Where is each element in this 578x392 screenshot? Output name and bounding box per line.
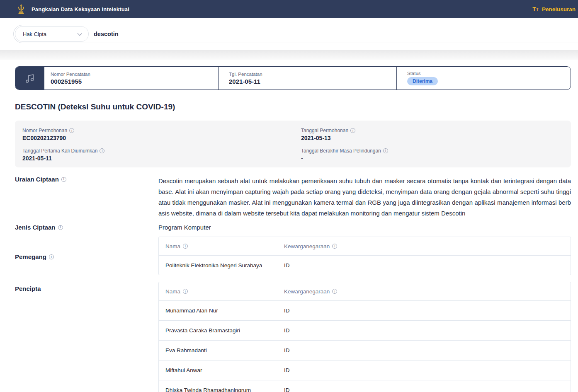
table-header-row: Namai Kewarganegaraani bbox=[159, 282, 571, 300]
jenis-ciptaan-row: Jenis Ciptaan i Program Komputer bbox=[15, 224, 571, 231]
application-summary-box: Nomor Permohonani EC00202123790 Tanggal … bbox=[15, 121, 571, 167]
pemegang-table: Namai Kewarganegaraani Politeknik Elektr… bbox=[158, 237, 571, 275]
nomor-permohonan-field: Nomor Permohonani EC00202123790 bbox=[22, 128, 301, 141]
info-icon[interactable]: i bbox=[69, 128, 74, 133]
typography-icon: TT bbox=[532, 6, 539, 12]
pencipta-row: Pencipta Namai Kewarganegaraani Muhammad… bbox=[15, 282, 571, 392]
status-label: Status bbox=[407, 71, 571, 76]
pencipta-nama: Miftahul Anwar bbox=[159, 367, 284, 373]
pencipta-nama: Dhiska Twinda Rhamadhaningrum bbox=[159, 387, 284, 392]
record-type-block bbox=[15, 67, 44, 90]
pemegang-row: Pemegang i Namai Kewarganegaraani Polite… bbox=[15, 237, 571, 275]
table-row: Muhammad Alan Nur ID bbox=[159, 300, 571, 320]
kewarganegaraan-column-header: Kewarganegaraan bbox=[284, 243, 330, 249]
info-icon[interactable]: i bbox=[58, 225, 63, 230]
pemegang-nama: Politeknik Elektronika Negeri Surabaya bbox=[159, 262, 284, 269]
search-input[interactable] bbox=[94, 31, 578, 37]
table-row: Politeknik Elektronika Negeri Surabaya I… bbox=[159, 255, 571, 275]
pencipta-kewarganegaraan: ID bbox=[284, 327, 571, 334]
tgl-pencatatan-label: Tgl. Pencatatan bbox=[229, 72, 396, 77]
tanggal-permohonan-label: Tanggal Permohonan bbox=[301, 128, 348, 133]
info-icon[interactable]: i bbox=[332, 289, 337, 294]
info-icon[interactable]: i bbox=[332, 244, 337, 249]
uraian-ciptaan-row: Uraian Ciptaan i Descotin merupakan sebu… bbox=[15, 176, 571, 219]
info-icon[interactable]: i bbox=[61, 177, 66, 182]
table-row: Eva Rahmadanti ID bbox=[159, 340, 571, 360]
tanggal-diumumkan-field: Tanggal Pertama Kali Diumumkani 2021-05-… bbox=[22, 148, 301, 162]
app-title: Pangkalan Data Kekayaan Intelektual bbox=[32, 6, 129, 12]
pencipta-kewarganegaraan: ID bbox=[284, 307, 571, 314]
record-summary-card: Nomor Pencatatan 000251955 Tgl. Pencatat… bbox=[15, 66, 571, 90]
nomor-pencatatan-value: 000251955 bbox=[51, 78, 218, 85]
tgl-pencatatan-value: 2021-05-11 bbox=[229, 78, 396, 85]
main-content: Nomor Pencatatan 000251955 Tgl. Pencatat… bbox=[0, 60, 578, 392]
music-note-icon bbox=[24, 73, 36, 84]
category-dropdown-label: Hak Cipta bbox=[23, 31, 46, 37]
djki-logo-icon bbox=[17, 4, 26, 15]
tanggal-berakhir-value: - bbox=[301, 155, 563, 162]
chevron-down-icon bbox=[78, 31, 82, 36]
tanggal-berakhir-field: Tanggal Berakhir Masa Pelindungani - bbox=[301, 148, 563, 162]
pemegang-label: Pemegang bbox=[15, 253, 46, 260]
info-icon[interactable]: i bbox=[49, 254, 54, 259]
pencipta-label: Pencipta bbox=[15, 285, 41, 292]
tanggal-permohonan-field: Tanggal Permohonani 2021-05-13 bbox=[301, 128, 563, 141]
info-icon[interactable]: i bbox=[350, 128, 355, 133]
pencipta-kewarganegaraan: ID bbox=[284, 387, 571, 392]
tanggal-permohonan-value: 2021-05-13 bbox=[301, 135, 563, 141]
table-row: Pravasta Caraka Bramastagiri ID bbox=[159, 320, 571, 340]
nomor-permohonan-label: Nomor Permohonan bbox=[22, 128, 67, 133]
top-navigation-bar: Pangkalan Data Kekayaan Intelektual TT P… bbox=[0, 0, 578, 18]
nama-column-header: Nama bbox=[165, 288, 180, 295]
jenis-ciptaan-value: Program Komputer bbox=[158, 224, 571, 231]
nomor-permohonan-value: EC00202123790 bbox=[22, 135, 301, 141]
pencipta-table: Namai Kewarganegaraani Muhammad Alan Nur… bbox=[158, 282, 571, 392]
tanggal-diumumkan-value: 2021-05-11 bbox=[22, 155, 301, 162]
status-badge: Diterima bbox=[407, 77, 438, 85]
jenis-ciptaan-label: Jenis Ciptaan bbox=[15, 224, 56, 231]
page-title: DESCOTIN (Deteksi Suhu untuk COVID-19) bbox=[15, 102, 571, 111]
penelusuran-link-label: Penelusuran bbox=[542, 6, 576, 12]
pencipta-nama: Muhammad Alan Nur bbox=[159, 307, 284, 314]
search-bar: Hak Cipta bbox=[13, 25, 578, 43]
info-icon[interactable]: i bbox=[383, 148, 388, 153]
table-row: Dhiska Twinda Rhamadhaningrum ID bbox=[159, 380, 571, 392]
uraian-ciptaan-label: Uraian Ciptaan bbox=[15, 176, 59, 183]
nama-column-header: Nama bbox=[165, 243, 180, 249]
pemegang-kewarganegaraan: ID bbox=[284, 262, 571, 269]
pencipta-nama: Pravasta Caraka Bramastagiri bbox=[159, 327, 284, 334]
pencipta-kewarganegaraan: ID bbox=[284, 367, 571, 373]
info-icon[interactable]: i bbox=[183, 289, 188, 294]
pencipta-nama: Eva Rahmadanti bbox=[159, 347, 284, 353]
uraian-ciptaan-text: Descotin merupakan sebuah alat untuk mel… bbox=[158, 176, 571, 219]
info-icon[interactable]: i bbox=[100, 148, 104, 153]
tanggal-diumumkan-label: Tanggal Pertama Kali Diumumkan bbox=[22, 148, 97, 154]
penelusuran-link[interactable]: TT Penelusuran bbox=[532, 6, 576, 12]
detail-sections: Uraian Ciptaan i Descotin merupakan sebu… bbox=[15, 176, 571, 392]
table-header-row: Namai Kewarganegaraani bbox=[159, 237, 571, 255]
pencipta-kewarganegaraan: ID bbox=[284, 347, 571, 353]
kewarganegaraan-column-header: Kewarganegaraan bbox=[284, 288, 330, 295]
search-section: Hak Cipta bbox=[0, 18, 578, 50]
nomor-pencatatan-label: Nomor Pencatatan bbox=[51, 72, 218, 77]
category-dropdown[interactable]: Hak Cipta bbox=[15, 26, 89, 42]
tanggal-berakhir-label: Tanggal Berakhir Masa Pelindungan bbox=[301, 148, 381, 154]
table-row: Miftahul Anwar ID bbox=[159, 360, 571, 380]
info-icon[interactable]: i bbox=[183, 244, 188, 249]
header-shadow-divider bbox=[0, 50, 578, 60]
